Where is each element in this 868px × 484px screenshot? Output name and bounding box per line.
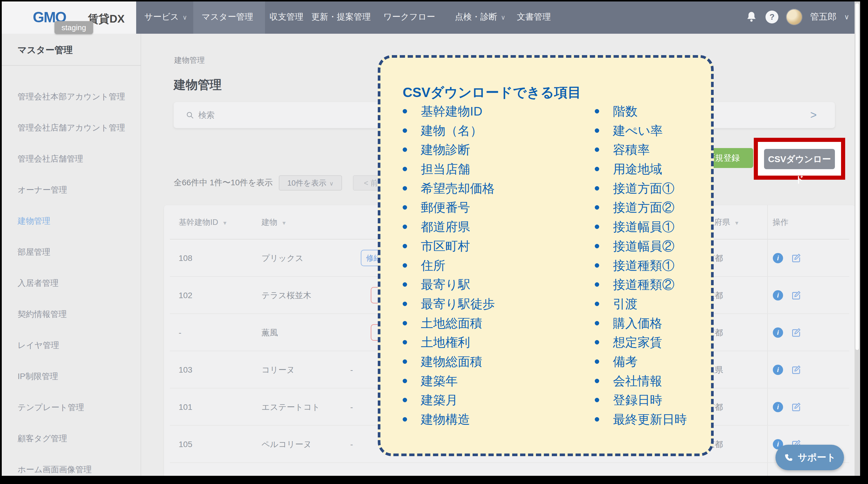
cell-building-id: 105	[179, 426, 192, 463]
cell-building-name: プリックス	[261, 239, 303, 277]
sort-icon[interactable]: ▼	[734, 220, 739, 226]
sidebar-item[interactable]: レイヤ管理	[0, 330, 141, 361]
result-summary: 全66件中 1件〜10件を表示	[174, 175, 273, 190]
cell-building-id: 108	[179, 239, 192, 277]
annotation-item: 土地総面積	[403, 314, 495, 333]
annotation-item: 登録日時	[595, 391, 687, 410]
annotation-item: 接道種類②	[595, 275, 687, 294]
page-title: 建物管理	[174, 77, 222, 93]
sidebar-item-label: 管理会社店舗管理	[18, 154, 83, 163]
annotation-item: 建築年	[403, 371, 495, 391]
annotation-item: 担当店舗	[403, 160, 495, 179]
annotation-item: 接道種類①	[595, 256, 687, 275]
cell-building-id: 101	[179, 389, 192, 426]
sidebar-item[interactable]: 部屋管理	[0, 236, 141, 268]
sidebar-item[interactable]: テンプレート管理	[0, 392, 141, 423]
bell-icon[interactable]	[745, 10, 758, 24]
cell-building-name: エステートコト	[261, 389, 320, 426]
annotation-item-label: 用途地域	[613, 162, 662, 176]
cell-building-name: ペルコリーヌ	[261, 426, 312, 463]
sidebar-menu: 管理会社本部アカウント管理管理会社店舗アカウント管理管理会社店舗管理オーナー管理…	[0, 81, 141, 484]
annotation-item-label: 接道方面①	[613, 181, 675, 195]
info-icon[interactable]: i	[773, 328, 783, 338]
cell-building-id: 102	[179, 277, 192, 314]
info-icon[interactable]: i	[773, 402, 783, 412]
sidebar-item[interactable]: オーナー管理	[0, 174, 141, 205]
sidebar-item[interactable]: 管理会社店舗管理	[0, 143, 141, 174]
screenshot-border	[0, 476, 868, 484]
annotation-item-label: 建築月	[421, 393, 458, 407]
nav-item[interactable]: サービス∨	[144, 0, 187, 34]
page-size-value: 10件を表示	[287, 178, 327, 187]
annotation-item-label: 接道種類①	[613, 259, 675, 272]
column-header-actions: 操作	[773, 205, 788, 239]
info-icon[interactable]: i	[773, 253, 783, 263]
annotation-item: 容積率	[595, 140, 687, 160]
sidebar-title: マスター管理	[18, 44, 73, 56]
nav-item[interactable]: 文書管理	[517, 0, 554, 34]
scrollbar-track[interactable]	[855, 0, 860, 484]
annotation-item: 接道方面①	[595, 179, 687, 198]
sidebar-item[interactable]: 入居者管理	[0, 268, 141, 299]
nav-item[interactable]: マスター管理	[193, 0, 265, 34]
nav-item[interactable]: 収支管理	[270, 0, 307, 34]
scrollbar-thumb[interactable]	[855, 3, 859, 350]
nav-item-label: サービス	[144, 12, 179, 21]
edit-icon[interactable]	[791, 402, 801, 412]
search-icon	[186, 111, 194, 119]
annotation-title: CSVダウンロードできる項目	[403, 84, 581, 102]
annotation-item: 郵便番号	[403, 198, 495, 217]
nav-item[interactable]: ワークフロー	[383, 0, 439, 34]
sidebar-item-label: オーナー管理	[18, 185, 67, 194]
page-size-select[interactable]: 10件を表示∨	[279, 175, 342, 191]
avatar[interactable]	[786, 9, 802, 25]
annotation-item-label: 接道方面②	[613, 201, 675, 214]
annotation-item-label: 建物総面積	[421, 355, 482, 369]
edit-icon[interactable]	[791, 328, 801, 337]
sidebar-item[interactable]: 顧客タグ管理	[0, 423, 141, 454]
annotation-item-label: 都道府県	[421, 220, 470, 234]
edit-icon[interactable]	[791, 253, 801, 263]
sidebar-item[interactable]: 契約情報管理	[0, 299, 141, 330]
sort-icon[interactable]: ▼	[281, 220, 287, 226]
edit-icon[interactable]	[791, 365, 801, 375]
annotation-item: 建物総面積	[403, 352, 495, 371]
sidebar-item-label: 建物管理	[18, 216, 50, 225]
nav-item[interactable]: 点検・診断∨	[455, 0, 505, 34]
cell-building-id: -	[179, 314, 181, 351]
table-row[interactable]: i	[164, 463, 855, 476]
column-header-name[interactable]: 建物▼	[261, 205, 287, 239]
annotation-item: 想定家賃	[595, 333, 687, 352]
support-button[interactable]: サポート	[775, 445, 844, 470]
user-name[interactable]: 管五郎	[810, 11, 836, 23]
sidebar-item[interactable]: 管理会社店舗アカウント管理	[0, 112, 141, 143]
nav-item-label: 更新・提案管理	[311, 12, 371, 21]
annotation-item-label: 土地権利	[421, 335, 470, 349]
sidebar-item[interactable]: 管理会社本部アカウント管理	[0, 81, 141, 112]
annotation-item-label: 容積率	[613, 143, 650, 156]
annotation-item-label: 担当店舗	[421, 162, 470, 176]
sidebar-item-label: 管理会社店舗アカウント管理	[18, 123, 125, 132]
sidebar-item-label: テンプレート管理	[18, 403, 84, 412]
annotation-item: 土地権利	[403, 333, 495, 352]
info-icon[interactable]: i	[773, 290, 783, 301]
search-input[interactable]: 検索	[186, 102, 215, 128]
annotation-item-label: 建築年	[421, 374, 458, 388]
nav-item[interactable]: 更新・提案管理	[311, 0, 374, 34]
user-menu-chevron-icon[interactable]: ∨	[844, 13, 849, 21]
annotation-item: 接道幅員②	[595, 236, 687, 256]
annotation-item: 会社情報	[595, 371, 687, 391]
sidebar-item[interactable]: 建物管理	[0, 205, 141, 236]
annotation-item: 最寄り駅徒歩	[403, 294, 495, 314]
column-header-id[interactable]: 基幹建物ID▼	[179, 205, 227, 239]
help-icon[interactable]: ?	[766, 10, 778, 24]
search-placeholder: 検索	[198, 110, 215, 121]
sidebar-item[interactable]: IP制限管理	[0, 361, 141, 392]
breadcrumb[interactable]: 建物管理	[174, 55, 205, 65]
search-expand-chevron-icon[interactable]: >	[810, 102, 817, 128]
annotation-item-label: 接道幅員①	[613, 220, 675, 234]
sort-icon[interactable]: ▼	[222, 220, 227, 226]
edit-icon[interactable]	[791, 290, 801, 300]
csv-download-button[interactable]: CSVダウンロード	[764, 149, 835, 169]
info-icon[interactable]: i	[773, 365, 783, 375]
